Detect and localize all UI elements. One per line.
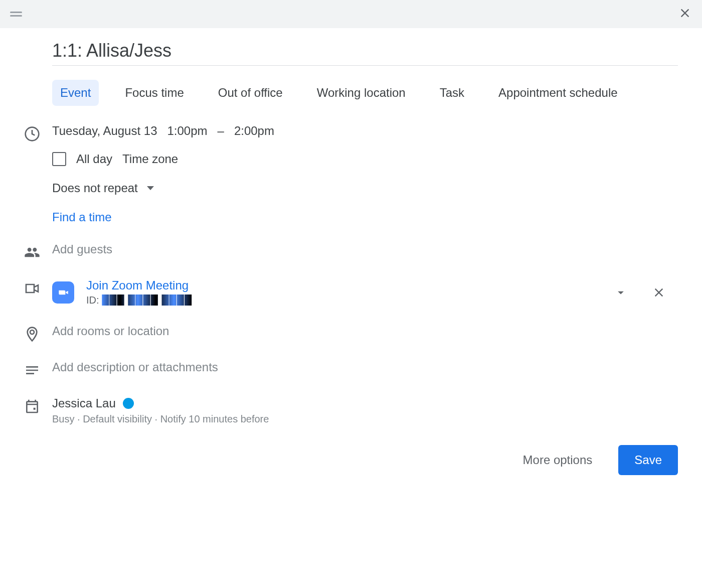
tab-working-location[interactable]: Working location [309,80,414,106]
drag-handle-icon[interactable] [10,12,22,17]
clock-icon [24,124,52,142]
event-type-tabs: Event Focus time Out of office Working l… [52,80,690,106]
event-date[interactable]: Tuesday, August 13 [52,124,157,138]
add-description-input[interactable]: Add description or attachments [52,360,218,374]
time-separator: – [218,124,224,138]
organizer-status[interactable]: Busy · Default visibility · Notify 10 mi… [52,413,690,425]
timezone-link[interactable]: Time zone [122,152,178,166]
event-end-time[interactable]: 2:00pm [234,124,274,138]
tab-event[interactable]: Event [52,80,99,106]
dialog-header [0,0,702,28]
find-a-time-link[interactable]: Find a time [52,210,690,224]
repeat-dropdown[interactable]: Does not repeat [52,181,690,195]
expand-zoom-button[interactable] [614,285,628,300]
video-icon [24,278,52,297]
calendar-color-dot[interactable] [123,398,134,409]
description-icon [24,360,52,378]
more-options-button[interactable]: More options [513,446,603,474]
remove-zoom-button[interactable] [652,285,666,300]
tab-appointment-schedule[interactable]: Appointment schedule [490,80,626,106]
all-day-checkbox[interactable] [52,152,66,166]
event-start-time[interactable]: 1:00pm [167,124,207,138]
people-icon [24,242,52,260]
tab-focus-time[interactable]: Focus time [117,80,192,106]
add-location-input[interactable]: Add rooms or location [52,324,169,338]
organizer-name[interactable]: Jessica Lau [52,396,116,410]
close-button[interactable] [678,6,692,22]
save-button[interactable]: Save [618,445,678,475]
zoom-meeting-id: ID: ███ ████ ████ [86,295,614,306]
tab-out-of-office[interactable]: Out of office [210,80,291,106]
close-icon [678,6,692,20]
chevron-down-icon [147,186,154,190]
event-title-input[interactable] [52,40,678,66]
all-day-label: All day [76,152,112,166]
add-guests-input[interactable]: Add guests [52,242,112,256]
calendar-icon [24,396,52,414]
zoom-badge-icon [52,281,74,304]
tab-task[interactable]: Task [432,80,472,106]
repeat-label: Does not repeat [52,181,138,195]
zoom-meeting-link[interactable]: Join Zoom Meeting [86,278,614,292]
location-icon [24,324,52,342]
